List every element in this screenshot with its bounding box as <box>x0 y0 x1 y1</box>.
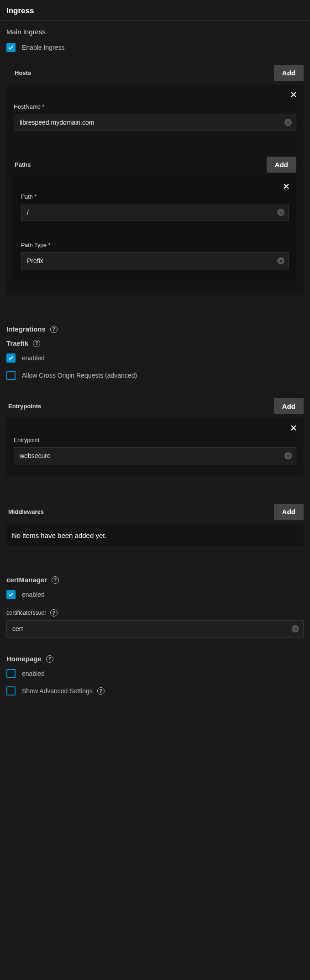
certmanager-heading: certManager <box>6 576 47 584</box>
path-label: Path * <box>21 194 289 200</box>
traefik-cors-checkbox[interactable] <box>6 371 16 380</box>
clear-icon <box>286 454 290 458</box>
hosts-add-button[interactable]: Add <box>274 65 304 81</box>
help-icon[interactable]: ? <box>52 576 59 584</box>
help-icon[interactable]: ? <box>50 326 58 333</box>
clear-icon <box>294 627 298 631</box>
host-remove-button[interactable] <box>287 88 300 101</box>
path-card: Path * Path Type * <box>14 176 296 281</box>
entrypoints-title: Entrypoints <box>6 403 41 410</box>
homepage-section: Homepage ? enabled Show Advanced Setting… <box>0 655 310 714</box>
certmanager-enabled-row[interactable]: enabled <box>6 590 304 599</box>
path-field: Path * <box>21 194 289 221</box>
integrations-heading: Integrations <box>6 325 46 333</box>
entrypoint-label: Entrypoint <box>14 437 296 443</box>
path-type-field: Path Type * <box>21 242 289 269</box>
hostname-label: HostName * <box>14 104 296 110</box>
entrypoint-input[interactable] <box>14 447 296 464</box>
entrypoint-clear-button[interactable] <box>284 452 292 459</box>
middlewares-block: Middlewares Add No items have been added… <box>0 504 310 547</box>
page-title: Ingress <box>6 6 304 16</box>
middlewares-title: Middlewares <box>6 508 44 515</box>
homepage-heading-row: Homepage ? <box>6 655 304 663</box>
show-advanced-label-wrap: Show Advanced Settings ? <box>22 687 105 695</box>
path-type-clear-button[interactable] <box>277 257 284 264</box>
traefik-enabled-row[interactable]: enabled <box>6 353 304 363</box>
traefik-enabled-label: enabled <box>22 354 45 362</box>
hosts-header: Hosts Add <box>6 65 304 81</box>
certificate-issuer-field: certificateIssuer ? <box>0 609 310 638</box>
enable-ingress-checkbox[interactable] <box>6 43 16 52</box>
certmanager-enabled-label: enabled <box>22 591 45 598</box>
homepage-enabled-label: enabled <box>22 670 45 677</box>
path-type-input[interactable] <box>21 252 289 269</box>
hosts-block: Hosts Add HostName * Paths Add <box>0 65 310 293</box>
entrypoint-remove-button[interactable] <box>287 422 300 434</box>
middlewares-empty-message: No items have been added yet. <box>6 524 304 547</box>
path-remove-button[interactable] <box>280 180 293 193</box>
homepage-heading: Homepage <box>6 655 42 663</box>
paths-add-button[interactable]: Add <box>267 157 296 173</box>
show-advanced-label: Show Advanced Settings <box>22 687 93 695</box>
close-icon <box>289 90 298 99</box>
traefik-heading: Traefik <box>6 339 28 347</box>
certificate-issuer-label: certificateIssuer ? <box>6 609 304 616</box>
close-icon <box>289 423 298 432</box>
integrations-heading-row: Integrations ? <box>6 325 304 333</box>
middlewares-header: Middlewares Add <box>6 504 304 520</box>
entrypoint-card: Entrypoint <box>6 418 304 476</box>
help-icon[interactable]: ? <box>46 655 53 663</box>
hostname-input[interactable] <box>14 114 296 131</box>
homepage-enabled-checkbox[interactable] <box>6 669 16 678</box>
entrypoints-header: Entrypoints Add <box>6 398 304 414</box>
entrypoints-add-button[interactable]: Add <box>274 398 304 414</box>
header: Ingress <box>0 0 310 21</box>
traefik-cors-label: Allow Cross Origin Requests (advanced) <box>22 372 137 379</box>
clear-icon <box>279 259 283 263</box>
certificate-issuer-label-text: certificateIssuer <box>6 610 47 616</box>
certmanager-enabled-checkbox[interactable] <box>6 590 16 599</box>
host-card: HostName * Paths Add Path * <box>6 84 304 293</box>
homepage-enabled-row[interactable]: enabled <box>6 669 304 678</box>
path-input[interactable] <box>21 204 289 221</box>
traefik-heading-row: Traefik ? <box>6 339 304 347</box>
paths-header: Paths Add <box>14 157 296 173</box>
enable-ingress-row[interactable]: Enable Ingress <box>6 43 304 52</box>
help-icon[interactable]: ? <box>50 609 58 616</box>
certmanager-section: certManager ? enabled <box>0 576 310 599</box>
clear-icon <box>286 121 290 125</box>
enable-ingress-label: Enable Ingress <box>22 44 64 51</box>
help-icon[interactable]: ? <box>97 687 105 695</box>
path-type-label: Path Type * <box>21 242 289 248</box>
certificate-issuer-clear-button[interactable] <box>292 625 299 632</box>
main-ingress-section: Main Ingress Enable Ingress <box>0 21 310 52</box>
integrations-section: Integrations ? Traefik ? enabled Allow C… <box>0 325 310 380</box>
path-clear-button[interactable] <box>277 209 284 216</box>
hostname-field: HostName * <box>14 104 296 131</box>
traefik-enabled-checkbox[interactable] <box>6 353 16 363</box>
hosts-title: Hosts <box>6 69 31 76</box>
clear-icon <box>279 211 283 215</box>
show-advanced-row[interactable]: Show Advanced Settings ? <box>6 686 304 695</box>
main-ingress-heading: Main Ingress <box>6 28 304 36</box>
hostname-clear-button[interactable] <box>284 119 292 126</box>
certmanager-heading-row: certManager ? <box>6 576 304 584</box>
entrypoints-block: Entrypoints Add Entrypoint <box>0 398 310 476</box>
traefik-cors-row[interactable]: Allow Cross Origin Requests (advanced) <box>6 371 304 380</box>
show-advanced-checkbox[interactable] <box>6 686 16 695</box>
paths-title: Paths <box>14 161 31 168</box>
middlewares-add-button[interactable]: Add <box>274 504 304 520</box>
entrypoint-field: Entrypoint <box>14 437 296 464</box>
help-icon[interactable]: ? <box>33 340 40 347</box>
close-icon <box>282 182 291 191</box>
certificate-issuer-input[interactable] <box>6 620 304 638</box>
